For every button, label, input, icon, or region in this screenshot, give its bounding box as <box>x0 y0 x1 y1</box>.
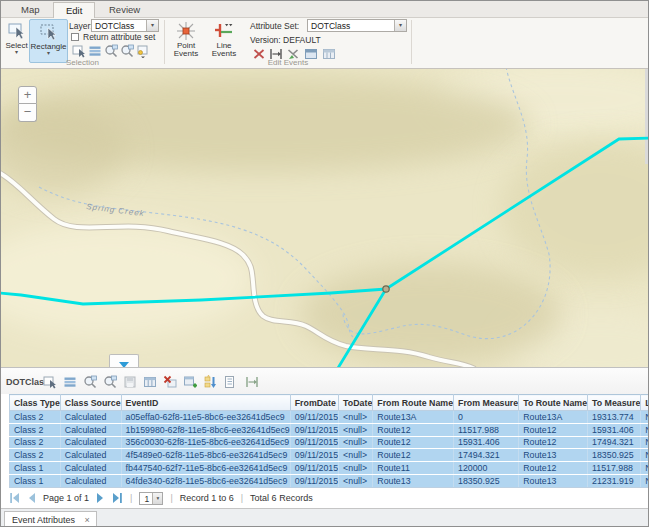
attribute-set-combobox[interactable]: DOTClass ▾ <box>307 19 407 32</box>
list-selection-icon[interactable] <box>88 44 102 58</box>
last-page-button[interactable] <box>111 492 123 504</box>
cell[interactable]: a05effa0-62f8-11e5-8bc6-ee32641d5ec9 <box>121 411 290 424</box>
cell[interactable]: NO ERROR <box>641 436 649 449</box>
cell[interactable]: 0 <box>454 411 519 424</box>
col-event-id[interactable]: EventID <box>121 395 290 411</box>
cell[interactable]: 15931.406 <box>454 436 519 449</box>
col-to-route-name[interactable]: To Route Name <box>519 395 588 411</box>
show-selected-records-icon[interactable] <box>63 375 77 389</box>
cell[interactable]: Route13 <box>519 449 588 462</box>
cell[interactable]: 17494.321 <box>454 449 519 462</box>
cell[interactable]: 21231.919 <box>588 474 641 487</box>
cell[interactable]: 09/11/2015 <box>290 449 338 462</box>
cell[interactable]: NO ERROR <box>641 462 649 475</box>
zoom-to-selection-icon[interactable] <box>104 44 118 58</box>
cell[interactable]: 120000 <box>454 462 519 475</box>
rectangle-tool-button[interactable]: Rectangle ▾ <box>29 19 68 63</box>
page-dropdown-caret-icon[interactable]: ▾ <box>152 493 162 504</box>
table-row[interactable]: Class 1Calculated64fde340-62f8-11e5-8bc6… <box>10 474 649 487</box>
tab-map[interactable]: Map <box>9 2 51 18</box>
tab-edit[interactable]: Edit <box>53 2 95 18</box>
cell[interactable]: Class 2 <box>10 449 61 462</box>
cell[interactable]: Calculated <box>60 462 121 475</box>
table-row[interactable]: Class 2Calculated1b159980-62f8-11e5-8bc6… <box>10 423 649 436</box>
cell[interactable]: 64fde340-62f8-11e5-8bc6-ee32641d5ec9 <box>121 474 290 487</box>
cell[interactable]: 18350.925 <box>454 474 519 487</box>
cell[interactable]: fb447540-62f7-11e5-8bc6-ee32641d5ec9 <box>121 462 290 475</box>
cell[interactable]: 19313.774 <box>588 411 641 424</box>
cell[interactable]: Route13A <box>373 411 454 424</box>
table-row[interactable]: Class 2Calculated356c0030-62f8-11e5-8bc6… <box>10 436 649 449</box>
col-to-measure[interactable]: To Measure <box>588 395 641 411</box>
delete-record-icon[interactable] <box>163 375 177 389</box>
cell[interactable]: 11517.988 <box>588 462 641 475</box>
cell[interactable]: <null> <box>339 411 373 424</box>
cell[interactable]: 11517.988 <box>454 423 519 436</box>
cell[interactable]: Route12 <box>519 436 588 449</box>
line-events-button[interactable]: Line Events <box>206 19 242 63</box>
cell[interactable]: Class 2 <box>10 436 61 449</box>
col-class-type[interactable]: Class Type <box>10 395 61 411</box>
cell[interactable]: NO ERROR <box>641 449 649 462</box>
cell[interactable]: Class 1 <box>10 462 61 475</box>
add-record-icon[interactable] <box>183 375 197 389</box>
cell[interactable]: Route13 <box>373 474 454 487</box>
table-row[interactable]: Class 1Calculatedfb447540-62f7-11e5-8bc6… <box>10 462 649 475</box>
view-attributes-icon[interactable] <box>223 375 237 389</box>
cell[interactable]: 09/11/2015 <box>290 436 338 449</box>
col-from-route-name[interactable]: From Route Name <box>373 395 454 411</box>
select-features-icon[interactable] <box>72 44 86 58</box>
col-location-error[interactable]: Location Error <box>641 395 649 411</box>
cell[interactable]: Route11 <box>373 462 454 475</box>
switch-table-icon[interactable] <box>143 375 157 389</box>
cell[interactable]: Calculated <box>60 423 121 436</box>
zoom-to-record-icon[interactable] <box>83 375 97 389</box>
point-events-button[interactable]: Point Events <box>168 19 204 63</box>
cell[interactable]: NO ERROR <box>641 474 649 487</box>
page-number-dropdown[interactable]: 1 ▾ <box>139 492 163 505</box>
layer-combobox[interactable]: DOTClass ▾ <box>91 19 159 32</box>
select-tool-button[interactable]: Select ▾ <box>4 19 29 63</box>
col-from-date[interactable]: FromDate <box>290 395 338 411</box>
cell[interactable]: Route12 <box>373 436 454 449</box>
tab-event-attributes[interactable]: Event Attributes × <box>4 511 97 527</box>
next-page-button[interactable] <box>94 492 106 504</box>
cell[interactable]: Calculated <box>60 474 121 487</box>
previous-page-button[interactable] <box>26 492 38 504</box>
cell[interactable]: 17494.321 <box>588 436 641 449</box>
cell[interactable]: 09/11/2015 <box>290 462 338 475</box>
pan-to-record-icon[interactable] <box>103 375 117 389</box>
cell[interactable]: Route12 <box>373 449 454 462</box>
cell[interactable]: 09/11/2015 <box>290 423 338 436</box>
cell[interactable]: NO ERROR <box>641 411 649 424</box>
sort-icon[interactable] <box>203 375 217 389</box>
cell[interactable]: <null> <box>339 436 373 449</box>
tab-review[interactable]: Review <box>97 2 152 18</box>
cell[interactable]: Route13A <box>519 411 588 424</box>
cell[interactable]: 18350.925 <box>588 449 641 462</box>
grid-select-icon[interactable] <box>43 375 57 389</box>
panel-collapse-tab[interactable] <box>109 354 139 367</box>
cell[interactable]: 09/11/2015 <box>290 474 338 487</box>
col-class-source[interactable]: Class Source <box>60 395 121 411</box>
cell[interactable]: <null> <box>339 474 373 487</box>
table-row[interactable]: Class 2Calculateda05effa0-62f8-11e5-8bc6… <box>10 411 649 424</box>
cell[interactable]: Route12 <box>519 462 588 475</box>
map-canvas[interactable]: Spring Creek + − <box>1 69 649 367</box>
save-edits-icon[interactable] <box>123 375 137 389</box>
close-tab-icon[interactable]: × <box>85 515 90 525</box>
col-from-measure[interactable]: From Measure <box>454 395 519 411</box>
cell[interactable]: 1b159980-62f8-11e5-8bc6-ee32641d5ec9 <box>121 423 290 436</box>
zoom-out-button[interactable]: − <box>18 104 37 122</box>
col-to-date[interactable]: ToDate <box>339 395 373 411</box>
measure-extent-icon[interactable] <box>245 375 259 389</box>
route-junction-marker[interactable] <box>383 286 389 292</box>
cell[interactable]: 356c0030-62f8-11e5-8bc6-ee32641d5ec9 <box>121 436 290 449</box>
cell[interactable]: Calculated <box>60 436 121 449</box>
cell[interactable]: <null> <box>339 462 373 475</box>
cell[interactable]: Calculated <box>60 449 121 462</box>
cell[interactable]: Class 2 <box>10 411 61 424</box>
first-page-button[interactable] <box>9 492 21 504</box>
return-attribute-set-checkbox[interactable] <box>71 33 79 41</box>
pan-to-selection-icon[interactable] <box>120 44 134 58</box>
